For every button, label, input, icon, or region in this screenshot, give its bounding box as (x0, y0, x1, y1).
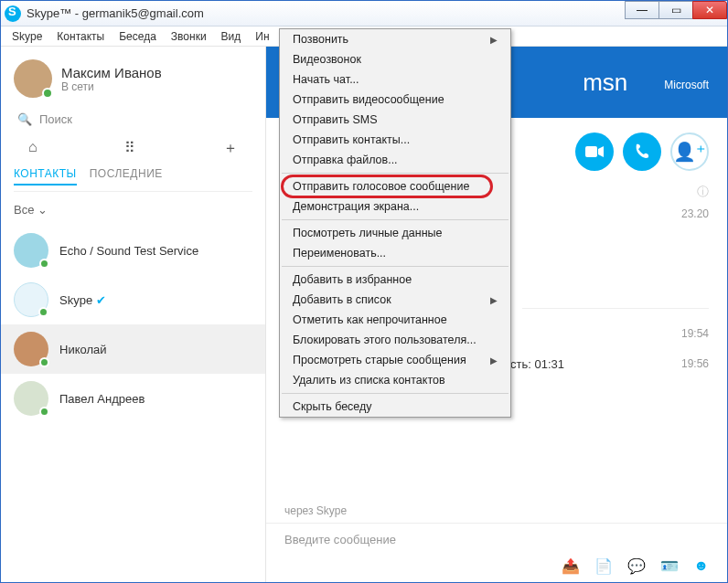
msn-brand: msn (583, 69, 627, 97)
via-label: через Skype (266, 495, 727, 523)
status-online-icon (42, 88, 53, 99)
window-title: Skype™ - germanik5@gmail.com (27, 6, 204, 20)
tab-recent[interactable]: ПОСЛЕДНИЕ (90, 167, 163, 186)
context-menu-item[interactable]: Скрыть беседу (280, 397, 510, 417)
menu-contacts[interactable]: Контакты (49, 28, 112, 45)
avatar-skype (14, 282, 48, 317)
tab-contacts[interactable]: КОНТАКТЫ (14, 167, 77, 186)
contact-label: Skype (59, 293, 92, 307)
divider (14, 191, 252, 192)
search-input[interactable]: 🔍 Поиск (1, 105, 265, 133)
audio-call-button[interactable] (623, 132, 661, 171)
contact-label: Echo / Sound Test Service (59, 244, 198, 258)
timestamp: 23.20 (681, 207, 709, 220)
tabs: КОНТАКТЫ ПОСЛЕДНИЕ (1, 167, 265, 191)
context-menu-item[interactable]: Добавить в список▶ (280, 290, 510, 310)
minimize-button[interactable]: — (625, 1, 659, 19)
menu-calls[interactable]: Звонки (164, 28, 214, 45)
contact-card-icon[interactable]: 🪪 (660, 557, 679, 575)
context-menu-item[interactable]: Отправить видеосообщение (280, 90, 510, 110)
submenu-arrow-icon: ▶ (490, 35, 498, 45)
emoji-icon[interactable]: ☻ (693, 557, 709, 575)
contact-pavel[interactable]: Павел Андреев (1, 374, 265, 423)
status-online-icon (39, 407, 49, 417)
avatar-pavel (14, 381, 48, 416)
video-call-button[interactable] (575, 132, 614, 171)
verified-icon: ✔ (96, 293, 106, 307)
video-message-icon[interactable]: 💬 (627, 557, 646, 575)
context-menu-item[interactable]: Отправить голосовое сообщение (280, 176, 510, 196)
skype-logo-icon (5, 5, 21, 22)
contact-nikolay[interactable]: Николай (1, 324, 265, 374)
status-online-icon (39, 259, 49, 269)
sidebar: Максим Иванов В сети 🔍 Поиск ⌂ ⠿ ＋ КОНТА… (1, 47, 266, 582)
send-file-icon[interactable]: 📤 (562, 557, 580, 575)
context-menu-item[interactable]: Демонстрация экрана... (280, 196, 510, 217)
status-online-icon (39, 357, 49, 367)
compose-input[interactable]: Введите сообщение (266, 523, 727, 552)
dialpad-icon[interactable]: ⠿ (124, 139, 135, 158)
avatar-nikolay (14, 332, 48, 366)
svg-rect-0 (585, 146, 597, 157)
phone-icon (634, 143, 650, 160)
context-menu-item[interactable]: Видеозвонок (280, 49, 510, 69)
microsoft-label: Microsoft (664, 79, 709, 91)
search-placeholder: Поиск (39, 112, 72, 126)
contact-label: Николай (59, 343, 107, 356)
context-menu-item[interactable]: Отправить SMS (280, 110, 510, 130)
context-menu-item[interactable]: Просмотреть старые сообщения▶ (280, 350, 510, 370)
home-icon[interactable]: ⌂ (28, 139, 37, 158)
submenu-arrow-icon: ▶ (490, 355, 498, 366)
context-menu-separator (282, 266, 509, 267)
menu-instruments[interactable]: Ин (248, 28, 276, 45)
contact-echo[interactable]: Echo / Sound Test Service (1, 226, 265, 275)
context-menu-item[interactable]: Отметить как непрочитанное (280, 310, 510, 330)
context-menu-item[interactable]: Отправить контакты... (280, 130, 510, 150)
avatar-echo (14, 233, 48, 268)
nav-row: ⌂ ⠿ ＋ (1, 133, 265, 167)
context-menu-item[interactable]: Посмотреть личные данные (280, 223, 510, 243)
search-icon: 🔍 (17, 112, 30, 126)
context-menu-separator (282, 219, 509, 220)
context-menu-item[interactable]: Добавить в избранное (280, 270, 510, 290)
context-menu-separator (282, 173, 509, 174)
send-document-icon[interactable]: 📄 (594, 557, 613, 575)
context-menu-item[interactable]: Отправка файлов... (280, 150, 510, 170)
menu-conversation[interactable]: Беседа (112, 28, 164, 45)
context-menu-item[interactable]: Позвонить▶ (280, 29, 510, 49)
titlebar: Skype™ - germanik5@gmail.com — ▭ ✕ (1, 1, 727, 26)
compose-placeholder: Введите сообщение (284, 533, 396, 546)
info-icon[interactable]: ⓘ (697, 184, 709, 200)
timestamp: 19:56 (681, 357, 709, 371)
submenu-arrow-icon: ▶ (490, 295, 498, 305)
video-icon (585, 145, 604, 158)
context-menu-item[interactable]: Блокировать этого пользователя... (280, 330, 510, 350)
add-icon[interactable]: ＋ (223, 139, 238, 158)
maximize-button[interactable]: ▭ (658, 1, 693, 19)
filter-dropdown[interactable]: Все ⌄ (1, 197, 265, 226)
window-controls: — ▭ ✕ (626, 1, 727, 19)
context-menu-item[interactable]: Удалить из списка контактов (280, 370, 510, 390)
profile-status: В сети (61, 80, 162, 93)
profile-name: Максим Иванов (61, 65, 162, 80)
close-button[interactable]: ✕ (692, 1, 727, 19)
contact-skype[interactable]: Skype ✔ (1, 275, 265, 324)
compose-toolbar: 📤 📄 💬 🪪 ☻ (266, 552, 727, 582)
context-menu-separator (282, 393, 509, 394)
avatar (14, 59, 52, 98)
profile-block[interactable]: Максим Иванов В сети (1, 47, 265, 105)
context-menu: Позвонить▶ВидеозвонокНачать чат...Отправ… (279, 28, 511, 418)
context-menu-item[interactable]: Переименовать... (280, 243, 510, 263)
menu-view[interactable]: Вид (214, 28, 249, 45)
add-participant-button[interactable]: 👤⁺ (670, 132, 709, 171)
status-online-icon (38, 307, 48, 317)
timestamp: 19:54 (681, 327, 709, 341)
contact-label: Павел Андреев (59, 392, 145, 406)
menu-skype[interactable]: Skype (5, 28, 49, 45)
context-menu-item[interactable]: Начать чат... (280, 69, 510, 90)
